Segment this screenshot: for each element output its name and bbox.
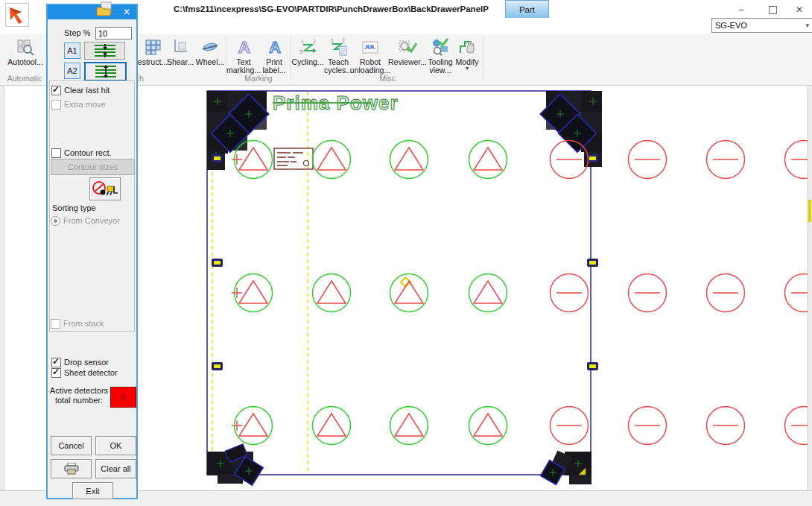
punch-hit-circle-green: [390, 141, 428, 179]
reviewer-icon: [398, 37, 417, 57]
origin-cross-marker: [232, 420, 242, 431]
prima-power-logo: Prima Power: [273, 92, 399, 114]
step-percent-label: Step %: [64, 28, 90, 37]
shear-icon: [171, 37, 190, 57]
offscreen-clamp-sliver: [808, 200, 811, 222]
punch-hit-triangle: [239, 281, 267, 303]
clamp-cluster-bottom-right: [541, 451, 591, 485]
tab-part[interactable]: Part: [505, 0, 549, 18]
extra-move-checkbox[interactable]: [51, 100, 61, 110]
origin-cross-marker: [232, 288, 242, 298]
punch-hit-triangle: [317, 414, 346, 436]
app-window: Prima Power C:\fms211\ncexpress\SG-EVO\P…: [0, 0, 812, 506]
drop-sensor-label: Drop sensor: [64, 358, 109, 367]
exit-button[interactable]: Exit: [72, 482, 113, 499]
origin-cross-marker: [232, 154, 242, 165]
from-conveyor-radio[interactable]: [51, 216, 60, 226]
a1-distribute-button[interactable]: [84, 42, 125, 60]
punch-hit-circle-green: [390, 407, 428, 445]
dialog-close-icon[interactable]: ✕: [117, 5, 136, 19]
clamp-cluster-bottom-left: [207, 444, 263, 486]
autotool-icon: [16, 37, 35, 57]
canvas-right-frame[interactable]: [808, 85, 812, 490]
dialog-title-bar[interactable]: ✕: [48, 5, 136, 19]
part-outline: [207, 91, 591, 475]
contour-sizes-button[interactable]: Contour sizes: [51, 159, 135, 175]
active-detectors-count: 0: [110, 387, 136, 408]
svg-text:3: 3: [299, 49, 302, 54]
modify-icon: [457, 37, 477, 57]
punch-hit-circle-green: [390, 274, 428, 312]
cancel-button[interactable]: Cancel: [51, 436, 92, 455]
svg-text:2: 2: [313, 39, 316, 44]
punch-hit-triangle: [474, 281, 502, 303]
canvas-left-frame: [0, 85, 4, 490]
sheet-detector-checkbox[interactable]: [51, 368, 61, 378]
svg-text:2: 2: [342, 38, 345, 43]
svg-text:1: 1: [331, 38, 334, 43]
punch-hit-triangle: [317, 281, 346, 303]
punch-hit-circle-green: [313, 141, 351, 179]
machine-selector-value: SG-EVO: [715, 21, 747, 30]
punch-hit-circle-green: [313, 274, 351, 312]
punch-hit-circle-green: [469, 407, 507, 445]
print-label-icon: A: [264, 37, 284, 57]
ribbon-wheel-button[interactable]: Wheel...: [195, 36, 225, 80]
svg-text:1: 1: [301, 39, 304, 44]
clear-last-hit-label: Clear last hit: [64, 86, 110, 95]
wheel-icon: [200, 37, 220, 57]
cycling-icon: 1 2 3: [298, 37, 317, 57]
modify-dropdown-caret[interactable]: ▾: [466, 66, 469, 71]
clear-all-button[interactable]: Clear all: [95, 459, 136, 478]
punch-hit-triangle: [317, 148, 346, 170]
a1-button[interactable]: A1: [64, 42, 80, 59]
ribbon-shear-button[interactable]: Shear...: [165, 36, 195, 80]
distribute-inward-icon: [89, 43, 121, 58]
active-detectors-label-2: total number:: [49, 396, 109, 405]
punch-hit-triangle: [474, 414, 502, 436]
ribbon-separator: [483, 36, 483, 79]
clear-last-hit-checkbox[interactable]: [51, 86, 61, 95]
window-title: C:\fms211\ncexpress\SG-EVO\PARTDIR\Punch…: [174, 4, 489, 13]
app-logo-icon: [6, 4, 28, 26]
punch-hit-triangle: [239, 414, 267, 436]
svg-text:A: A: [238, 38, 250, 57]
punch-hit-circle-green: [313, 407, 351, 445]
ok-button[interactable]: OK: [95, 436, 136, 455]
robot-unloading-icon: [361, 37, 380, 57]
from-conveyor-label: From Conveyor: [63, 216, 120, 225]
maximize-button[interactable]: [763, 3, 782, 16]
punch-hit-triangle: [395, 148, 423, 170]
sheet-detector-label: Sheet detector: [64, 368, 118, 377]
app-logo-button[interactable]: [5, 3, 29, 27]
contour-rect-label: Contour rect.: [64, 148, 112, 157]
a2-button[interactable]: A2: [64, 63, 80, 79]
machine-selector-dropdown[interactable]: SG-EVO ▾: [711, 18, 812, 33]
punch-hit-triangle: [395, 414, 423, 436]
punch-hit-triangle: [474, 148, 502, 170]
minimize-button[interactable]: –: [732, 3, 751, 16]
ribbon-group-misc: Misc: [292, 74, 483, 83]
contour-rect-checkbox[interactable]: [51, 148, 61, 158]
ribbon-group-marking: Marking: [228, 74, 289, 83]
punch-hit-circle-green: [469, 274, 507, 312]
punch-hit-circle-green: [469, 141, 507, 179]
printer-icon: [64, 463, 79, 475]
sorting-type-label: Sorting type: [52, 203, 96, 212]
close-button[interactable]: ✕: [790, 3, 809, 16]
grid-tool-icon: [143, 37, 162, 57]
punch-hit-triangle: [239, 148, 267, 170]
a2-distribute-button[interactable]: [84, 62, 127, 81]
extra-move-label: Extra move: [64, 100, 106, 109]
step-percent-input[interactable]: [95, 27, 132, 39]
maximize-icon: [769, 6, 777, 14]
open-file-icon[interactable]: [95, 1, 115, 20]
print-button[interactable]: [51, 459, 92, 478]
from-stack-label: From stack: [63, 319, 104, 328]
svg-text:A: A: [269, 38, 281, 57]
from-stack-checkbox[interactable]: [51, 319, 60, 329]
sorting-tools-button[interactable]: [89, 177, 121, 200]
part-label-marking: [274, 148, 313, 169]
active-detectors-label-1: Active detectors: [49, 386, 109, 395]
distribute-through-icon: [89, 64, 122, 79]
